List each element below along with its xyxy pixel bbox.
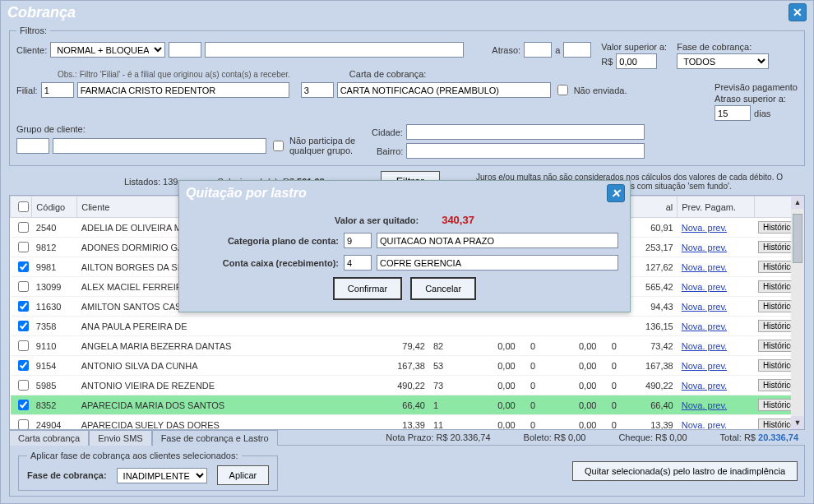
table-row[interactable]: 9110ANGELA MARIA BEZERRA DANTAS79,42820,… (11, 336, 804, 356)
scroll-thumb[interactable] (793, 214, 802, 263)
cidade-label: Cidade: (372, 127, 403, 137)
row-al: 136,15 (627, 317, 677, 336)
grupo-code-input[interactable] (16, 138, 49, 154)
nova-prev-link[interactable]: Nova. prev. (682, 302, 727, 312)
row-checkbox[interactable] (18, 242, 29, 252)
row-al: 13,39 (627, 415, 677, 431)
nova-prev-link[interactable]: Nova. prev. (682, 282, 727, 292)
atraso-to-input[interactable] (563, 42, 591, 58)
row-checkbox[interactable] (18, 380, 29, 391)
row-checkbox[interactable] (18, 281, 29, 292)
row-al: 565,42 (627, 277, 677, 297)
row-checkbox[interactable] (18, 360, 29, 371)
vertical-scrollbar[interactable]: ▲ ▼ (791, 196, 804, 429)
previsao-label1: Previsão pagamento (715, 82, 798, 92)
bairro-input[interactable] (406, 143, 645, 159)
table-row[interactable]: 24904APARECIDA SUELY DAS DORES13,39110,0… (11, 415, 804, 431)
col-al[interactable]: al (627, 197, 677, 218)
dialog-title: Quitação por lastro (186, 186, 307, 200)
row-checkbox[interactable] (18, 321, 29, 331)
quitar-button[interactable]: Quitar selecionada(s) pelo lastro de ina… (572, 461, 798, 481)
fase-select-bottom[interactable]: INADIMPLENTE (117, 468, 207, 483)
nova-prev-link[interactable]: Nova. prev. (682, 381, 727, 391)
previsao-suffix: dias (754, 109, 770, 118)
caixa-code-input[interactable] (344, 255, 372, 270)
grupo-name-input[interactable] (53, 138, 266, 154)
nova-prev-link[interactable]: Nova. prev. (682, 361, 727, 371)
cliente-name-input[interactable] (205, 42, 464, 58)
table-row[interactable]: 5985ANTONIO VIEIRA DE REZENDE490,22730,0… (11, 376, 804, 395)
row-al: 94,43 (627, 297, 677, 317)
cliente-select[interactable]: NORMAL + BLOQUEADO (50, 42, 165, 58)
total-label: Total: R$ (720, 432, 756, 442)
carta-code-input[interactable] (301, 82, 334, 98)
select-all-checkbox[interactable] (18, 201, 29, 212)
scroll-down-icon[interactable]: ▼ (791, 416, 804, 429)
categoria-name-input[interactable] (377, 233, 618, 248)
carta-name-input[interactable] (337, 82, 551, 98)
cancelar-button[interactable]: Cancelar (410, 277, 476, 300)
tab-carta-cobranca[interactable]: Carta cobrança (9, 430, 89, 446)
apply-legend: Aplicar fase de cobrança aos clientes se… (27, 451, 242, 460)
nao-enviada-label: Não enviada. (574, 86, 627, 95)
valor-value: 340,37 (442, 214, 474, 226)
cliente-label: Cliente: (16, 45, 47, 55)
col-codigo[interactable]: Código (32, 197, 77, 218)
total-boleto: Boleto: R$ 0,00 (524, 432, 586, 442)
fase-select-top[interactable]: TODOS (677, 53, 769, 69)
row-codigo: 9812 (32, 238, 77, 257)
cidade-input[interactable] (406, 124, 645, 140)
nova-prev-link[interactable]: Nova. prev. (682, 420, 727, 430)
previsao-input[interactable] (715, 105, 751, 121)
tab-envio-sms[interactable]: Envio SMS (89, 430, 151, 446)
valor-sup-input[interactable] (616, 53, 657, 69)
grupo-label: Grupo de cliente: (16, 124, 362, 134)
total-cheque: Cheque: R$ 0,00 (618, 432, 687, 442)
cliente-code-input[interactable] (169, 42, 201, 58)
row-checkbox[interactable] (18, 301, 29, 312)
row-checkbox[interactable] (18, 340, 29, 351)
aplicar-button[interactable]: Aplicar (217, 465, 270, 485)
row-al: 253,17 (627, 238, 677, 257)
row-cliente: APARECIDA SUELY DAS DORES (77, 415, 375, 431)
atraso-label: Atraso: (492, 45, 520, 55)
fase-label-bottom: Fase de cobrança: (27, 470, 107, 480)
row-codigo: 7358 (32, 317, 77, 336)
row-checkbox[interactable] (18, 419, 29, 430)
close-icon[interactable]: ✕ (789, 3, 807, 21)
dialog-close-icon[interactable]: ✕ (607, 184, 625, 202)
row-checkbox[interactable] (18, 400, 29, 410)
previsao-label2: Atraso superior a: (715, 94, 798, 104)
scroll-up-icon[interactable]: ▲ (791, 196, 804, 209)
row-checkbox[interactable] (18, 261, 29, 272)
filial-label: Filial: (16, 86, 38, 95)
table-row[interactable]: 8352APARECIDA MARIA DOS SANTOS66,4010,00… (11, 395, 804, 415)
row-al: 66,40 (627, 395, 677, 415)
nova-prev-link[interactable]: Nova. prev. (682, 321, 727, 331)
caixa-name-input[interactable] (377, 255, 618, 270)
table-row[interactable]: 9154ANTONIO SILVA DA CUNHA167,38530,0000… (11, 356, 804, 376)
confirmar-button[interactable]: Confirmar (333, 277, 402, 300)
nova-prev-link[interactable]: Nova. prev. (682, 223, 727, 233)
nova-prev-link[interactable]: Nova. prev. (682, 400, 727, 410)
categoria-code-input[interactable] (344, 233, 372, 248)
nova-prev-link[interactable]: Nova. prev. (682, 341, 727, 351)
row-cliente: APARECIDA MARIA DOS SANTOS (77, 395, 375, 415)
filial-code-input[interactable] (41, 82, 74, 98)
quitacao-dialog: Quitação por lastro ✕ Valor a ser quitad… (178, 180, 631, 312)
row-codigo: 9981 (32, 257, 77, 277)
categoria-label: Categoria plano de conta: (191, 236, 339, 246)
row-checkbox[interactable] (18, 222, 29, 233)
tab-fase-lastro[interactable]: Fase de cobrança e Lastro (152, 430, 278, 446)
col-prev[interactable]: Prev. Pagam. (678, 197, 754, 218)
row-codigo: 5985 (32, 376, 77, 395)
nova-prev-link[interactable]: Nova. prev. (682, 243, 727, 252)
row-codigo: 9154 (32, 356, 77, 376)
table-row[interactable]: 7358ANA PAULA PEREIRA DE136,15Nova. prev… (11, 317, 804, 336)
nao-enviada-checkbox[interactable] (557, 85, 568, 95)
nova-prev-link[interactable]: Nova. prev. (682, 262, 727, 272)
filial-name-input[interactable] (77, 82, 289, 98)
nao-participa-checkbox[interactable] (273, 141, 284, 151)
atraso-from-input[interactable] (524, 42, 552, 58)
apply-fieldset: Aplicar fase de cobrança aos clientes se… (18, 451, 278, 491)
